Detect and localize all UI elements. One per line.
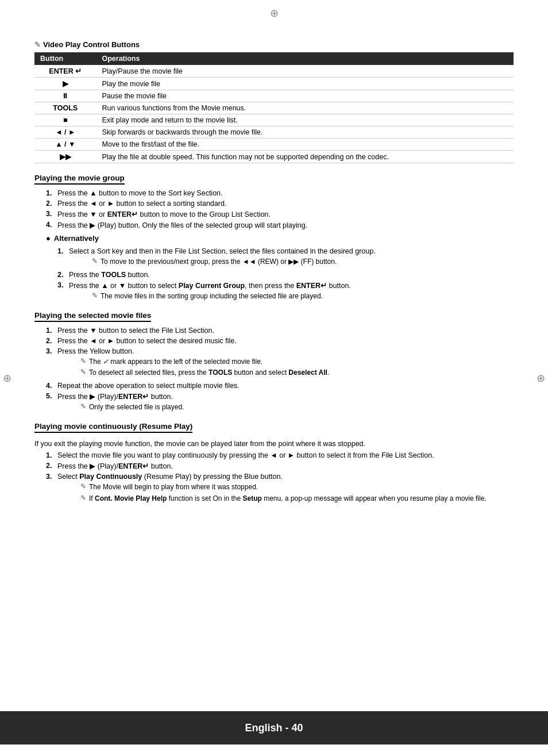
crosshair-top-icon: ⊕ — [270, 7, 279, 20]
bullet-label: Alternatively — [54, 234, 99, 243]
note-line: ✎Only the selected file is played. — [80, 402, 514, 412]
list-item: 4.Press the ▶ (Play) button. Only the fi… — [46, 221, 514, 229]
list-item: 2.Press the ▶ (Play)/ENTER↵ button. — [46, 462, 514, 470]
page-container: ⊕ ⊕ ⊕ ✎ Video Play Control Buttons Butto… — [0, 0, 548, 756]
list-item: 1.Select the movie file you want to play… — [46, 451, 514, 459]
table-row-operation-5: Skip forwards or backwards through the m… — [96, 126, 514, 139]
table-row-button-1: ▶ — [34, 78, 96, 90]
table-header-button: Button — [34, 52, 96, 65]
list-item: 4.Repeat the above operation to select m… — [46, 382, 514, 390]
note-icon: ✎ — [80, 482, 86, 490]
section-playing-movie-continuously: Playing movie continuously (Resume Play)… — [34, 422, 514, 505]
list-item: 1.Press the ▲ button to move to the Sort… — [46, 189, 514, 197]
footer-text: English - 40 — [245, 722, 303, 734]
list-item: 3.Press the Yellow button.✎The ✓ mark ap… — [46, 347, 514, 380]
section-heading-0: Playing the movie group — [34, 174, 125, 185]
note-line: ✎To deselect all selected files, press t… — [80, 368, 514, 378]
video-control-note-heading: ✎ Video Play Control Buttons — [34, 40, 514, 49]
note-icon: ✎ — [92, 257, 98, 265]
list-item: 2.Press the ◄ or ► button to select a so… — [46, 199, 514, 208]
note-text: To move to the previous/next group, pres… — [101, 257, 337, 267]
crosshair-right-icon: ⊕ — [537, 372, 545, 385]
note-text: The movie files in the sorting group inc… — [101, 291, 323, 301]
table-row-operation-6: Move to the first/last of the file. — [96, 139, 514, 151]
page-footer: English - 40 — [0, 711, 548, 745]
note-icon: ✎ — [80, 368, 86, 376]
bullet-dot-icon: ● — [46, 234, 51, 243]
bullet-section: ●Alternatively1.Select a Sort key and th… — [46, 234, 514, 303]
table-header-operations: Operations — [96, 52, 514, 65]
bullet-list: 1.Select a Sort key and then in the File… — [57, 247, 514, 303]
table-row-button-4: ■ — [34, 114, 96, 126]
note-text: The Movie will begin to play from where … — [89, 482, 258, 492]
note-icon: ✎ — [80, 357, 86, 365]
note-icon: ✎ — [80, 494, 86, 502]
note-line: ✎If Cont. Movie Play Help function is se… — [80, 494, 514, 504]
list-item: 3.Select Play Continuously (Resume Play)… — [46, 473, 514, 505]
section-intro-2: If you exit the playing movie function, … — [34, 440, 514, 448]
list-item: 2.Press the TOOLS button. — [57, 271, 514, 279]
list-item: 1.Press the ▼ button to select the File … — [46, 327, 514, 335]
note-line: ✎The movie files in the sorting group in… — [92, 291, 514, 301]
note-text: To deselect all selected files, press th… — [89, 368, 329, 378]
note-icon: ✎ — [92, 291, 98, 300]
table-row-button-3: TOOLS — [34, 102, 96, 114]
note-text: Only the selected file is played. — [89, 402, 184, 412]
table-row-operation-4: Exit play mode and return to the movie l… — [96, 114, 514, 126]
sections-container: Playing the movie group1.Press the ▲ but… — [34, 174, 514, 505]
table-row-operation-0: Play/Pause the movie file — [96, 65, 514, 78]
note-icon: ✎ — [80, 402, 86, 410]
note-pencil-icon: ✎ — [34, 40, 41, 49]
table-row-operation-1: Play the movie file — [96, 78, 514, 90]
list-item: 5.Press the ▶ (Play)/ENTER↵ button.✎Only… — [46, 392, 514, 414]
note-text: If Cont. Movie Play Help function is set… — [89, 494, 487, 504]
section-list-2: 1.Select the movie file you want to play… — [46, 451, 514, 505]
table-row-button-5: ◄ / ► — [34, 126, 96, 139]
table-row-operation-2: Pause the movie file — [96, 90, 514, 102]
list-item: 1.Select a Sort key and then in the File… — [57, 247, 514, 268]
list-item: 2.Press the ◄ or ► button to select the … — [46, 337, 514, 345]
table-row-operation-7: Play the file at double speed. This func… — [96, 151, 514, 163]
table-row-button-2: ⏸ — [34, 90, 96, 102]
section-list-0: 1.Press the ▲ button to move to the Sort… — [46, 189, 514, 229]
control-table: Button Operations ENTER ↵Play/Pause the … — [34, 52, 514, 163]
note-line: ✎The Movie will begin to play from where… — [80, 482, 514, 492]
table-row-operation-3: Run various functions from the Movie men… — [96, 102, 514, 114]
note-text: The ✓ mark appears to the left of the se… — [89, 357, 263, 367]
note-line: ✎To move to the previous/next group, pre… — [92, 257, 514, 267]
table-row-button-7: ▶▶ — [34, 151, 96, 163]
crosshair-left-icon: ⊕ — [3, 372, 11, 385]
table-row-button-0: ENTER ↵ — [34, 65, 96, 78]
list-item: 3.Press the ▼ or ENTER↵ button to move t… — [46, 210, 514, 218]
section-heading-2: Playing movie continuously (Resume Play) — [34, 422, 192, 433]
video-control-title: Video Play Control Buttons — [43, 40, 140, 49]
section-playing-selected-movie-files: Playing the selected movie files1.Press … — [34, 311, 514, 414]
list-item: 3.Press the ▲ or ▼ button to select Play… — [57, 281, 514, 303]
note-line: ✎The ✓ mark appears to the left of the s… — [80, 357, 514, 367]
section-heading-1: Playing the selected movie files — [34, 311, 151, 322]
table-row-button-6: ▲ / ▼ — [34, 139, 96, 151]
section-list-1: 1.Press the ▼ button to select the File … — [46, 327, 514, 414]
section-playing-movie-group: Playing the movie group1.Press the ▲ but… — [34, 174, 514, 303]
